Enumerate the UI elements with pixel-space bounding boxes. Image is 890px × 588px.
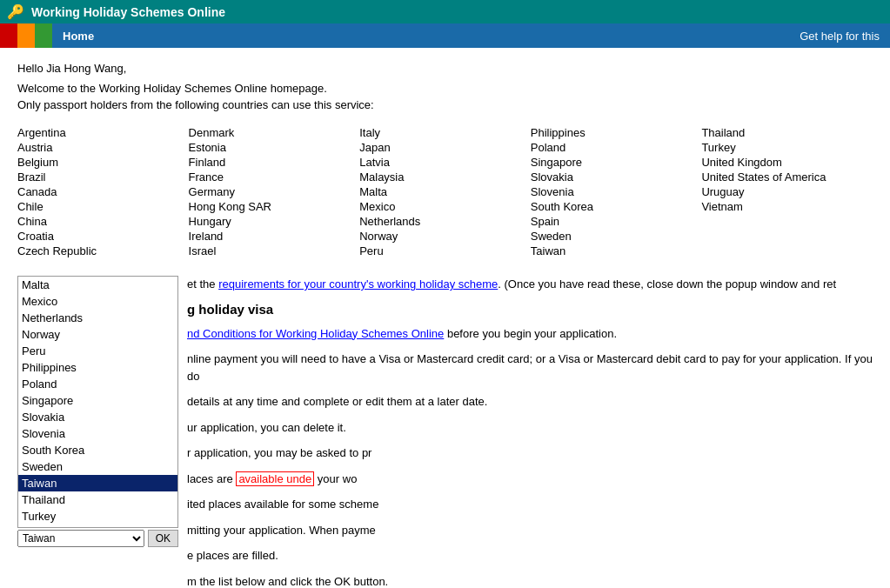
country-item: Turkey bbox=[701, 140, 873, 155]
list-item[interactable]: Peru bbox=[18, 343, 177, 359]
country-item: United Kingdom bbox=[701, 155, 873, 170]
app-icon: 🔑 bbox=[7, 3, 24, 20]
country-item: China bbox=[17, 214, 189, 229]
col5: Thailand Turkey United Kingdom United St… bbox=[701, 125, 873, 258]
list-item[interactable]: Netherlands bbox=[18, 310, 177, 326]
list-item[interactable]: United Kingdom bbox=[18, 525, 177, 528]
listbox-container: Malta Mexico Netherlands Norway Peru Phi… bbox=[17, 276, 178, 588]
para7: laces are available unde your wo bbox=[187, 471, 873, 488]
country-item: Peru bbox=[359, 244, 531, 258]
greeting-text: Hello Jia Hong Wang, bbox=[17, 62, 873, 75]
country-listbox[interactable]: Malta Mexico Netherlands Norway Peru Phi… bbox=[17, 276, 178, 528]
para1: et the requirements for your country's w… bbox=[187, 276, 873, 293]
col2: Denmark Estonia Finland France Germany H… bbox=[189, 125, 360, 258]
para8: ited places available for some scheme bbox=[187, 496, 873, 513]
list-item[interactable]: Thailand bbox=[18, 491, 177, 508]
right-content: et the requirements for your country's w… bbox=[178, 276, 873, 588]
country-item: Hungary bbox=[189, 214, 360, 229]
country-item: Belgium bbox=[17, 155, 189, 170]
list-item[interactable]: Philippines bbox=[18, 359, 177, 376]
country-item: Brazil bbox=[17, 170, 189, 184]
terms-link[interactable]: nd Conditions for Working Holiday Scheme… bbox=[187, 327, 444, 340]
col3: Italy Japan Latvia Malaysia Malta Mexico… bbox=[359, 125, 531, 258]
list-item[interactable]: Turkey bbox=[18, 508, 177, 525]
country-item: Slovenia bbox=[531, 184, 702, 199]
country-item: Poland bbox=[531, 140, 702, 155]
country-item: Finland bbox=[189, 155, 360, 170]
para2: nd Conditions for Working Holiday Scheme… bbox=[187, 325, 873, 343]
section-heading: g holiday visa bbox=[187, 302, 873, 317]
country-item: Chile bbox=[17, 199, 189, 214]
para4: details at any time and complete or edit… bbox=[187, 393, 873, 411]
country-item: Hong Kong SAR bbox=[189, 199, 360, 214]
country-item: Italy bbox=[359, 125, 531, 140]
country-item: Czech Republic bbox=[17, 244, 189, 258]
country-item: Thailand bbox=[701, 125, 873, 140]
country-item: Slovakia bbox=[531, 170, 702, 184]
country-item: Croatia bbox=[17, 229, 189, 244]
country-item: Singapore bbox=[531, 155, 702, 170]
navbar: Home Get help for this bbox=[0, 23, 890, 48]
color-box-green bbox=[35, 23, 52, 48]
country-item: Latvia bbox=[359, 155, 531, 170]
country-select[interactable]: Taiwan bbox=[17, 530, 144, 547]
country-item: Vietnam bbox=[701, 199, 873, 214]
ok-button[interactable]: OK bbox=[148, 530, 178, 547]
country-item: Austria bbox=[17, 140, 189, 155]
country-item: Germany bbox=[189, 184, 360, 199]
country-item: Taiwan bbox=[531, 244, 702, 258]
para10: e places are filled. bbox=[187, 547, 873, 565]
para11: m the list below and click the OK button… bbox=[187, 573, 873, 589]
lower-section: Malta Mexico Netherlands Norway Peru Phi… bbox=[17, 276, 873, 588]
para6: r application, you may be asked to pr bbox=[187, 444, 873, 462]
country-item: Japan bbox=[359, 140, 531, 155]
para9: mitting your application. When payme bbox=[187, 522, 873, 539]
app-header: 🔑 Working Holiday Schemes Online bbox=[0, 0, 890, 23]
help-link[interactable]: Get help for this bbox=[789, 30, 890, 43]
country-item: Mexico bbox=[359, 199, 531, 214]
listbox-footer: Taiwan OK bbox=[17, 530, 178, 547]
country-item: Netherlands bbox=[359, 214, 531, 229]
color-boxes bbox=[0, 23, 52, 48]
welcome-text: Welcome to the Working Holiday Schemes O… bbox=[17, 82, 873, 95]
list-item[interactable]: Mexico bbox=[18, 293, 177, 310]
country-item: Norway bbox=[359, 229, 531, 244]
country-item: Argentina bbox=[17, 125, 189, 140]
list-item[interactable]: South Korea bbox=[18, 442, 177, 458]
country-item: United States of America bbox=[701, 170, 873, 184]
list-item[interactable]: Slovakia bbox=[18, 409, 177, 425]
instruction-text: Only passport holders from the following… bbox=[17, 98, 873, 111]
country-item: Philippines bbox=[531, 125, 702, 140]
country-item: Israel bbox=[189, 244, 360, 258]
list-item[interactable]: Slovenia bbox=[18, 425, 177, 442]
nav-left: Home bbox=[0, 23, 104, 48]
app-title: Working Holiday Schemes Online bbox=[31, 5, 225, 19]
list-item[interactable]: Singapore bbox=[18, 392, 177, 409]
color-box-red bbox=[0, 23, 17, 48]
country-item: Denmark bbox=[189, 125, 360, 140]
para3: nline payment you will need to have a Vi… bbox=[187, 351, 873, 384]
country-grid: Argentina Austria Belgium Brazil Canada … bbox=[17, 125, 873, 258]
main-content: Hello Jia Hong Wang, Welcome to the Work… bbox=[0, 48, 890, 588]
color-box-orange bbox=[17, 23, 35, 48]
country-item: South Korea bbox=[531, 199, 702, 214]
country-item: Sweden bbox=[531, 229, 702, 244]
col4: Philippines Poland Singapore Slovakia Sl… bbox=[531, 125, 702, 258]
country-item: Spain bbox=[531, 214, 702, 229]
country-item: France bbox=[189, 170, 360, 184]
country-item: Ireland bbox=[189, 229, 360, 244]
available-under-span: available unde bbox=[236, 471, 314, 486]
country-item: Canada bbox=[17, 184, 189, 199]
requirements-link[interactable]: requirements for your country's working … bbox=[218, 277, 498, 291]
country-item: Malaysia bbox=[359, 170, 531, 184]
country-item: Malta bbox=[359, 184, 531, 199]
col1: Argentina Austria Belgium Brazil Canada … bbox=[17, 125, 189, 258]
list-item[interactable]: Sweden bbox=[18, 458, 177, 475]
para5: ur application, you can delete it. bbox=[187, 419, 873, 437]
list-item[interactable]: Norway bbox=[18, 326, 177, 343]
list-item-taiwan[interactable]: Taiwan bbox=[18, 475, 177, 491]
list-item[interactable]: Malta bbox=[18, 277, 177, 293]
home-link[interactable]: Home bbox=[52, 30, 104, 43]
country-item: Uruguay bbox=[701, 184, 873, 199]
list-item[interactable]: Poland bbox=[18, 376, 177, 392]
